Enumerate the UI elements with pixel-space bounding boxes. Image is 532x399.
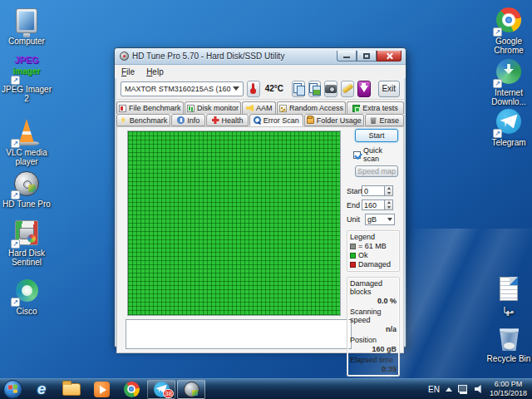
titlebar[interactable]: HD Tune Pro 5.70 - Hard Disk/SSD Utility	[115, 48, 406, 65]
tab-aam[interactable]: AAM	[242, 101, 276, 114]
desktop-icon-label: Hard Disk Sentinel	[0, 249, 53, 267]
network-icon[interactable]	[458, 385, 469, 394]
tab-health[interactable]: Health	[206, 114, 248, 126]
taskbar-telegram-button[interactable]: 38	[147, 380, 175, 399]
recycle-bin-icon	[499, 326, 520, 351]
copy-image-button[interactable]	[308, 81, 322, 97]
quick-scan-label: Quick scan	[363, 146, 400, 163]
start-scan-button[interactable]: Start	[355, 129, 398, 142]
folder-icon	[62, 383, 81, 396]
speed-map-button[interactable]: Speed map	[355, 165, 398, 177]
exit-button[interactable]: Exit	[378, 81, 400, 97]
maximize-button[interactable]	[357, 51, 377, 62]
close-button[interactable]	[377, 51, 401, 62]
clock-time: 6:00 PM	[490, 380, 527, 389]
stat-label: Damaged blocks	[350, 279, 397, 296]
screenshot-button[interactable]	[324, 81, 337, 97]
desktop-icon-idm[interactable]: Internet Downlo...	[482, 58, 532, 106]
tab-file-benchmark[interactable]: File Benchmark	[116, 101, 184, 114]
temperature-button[interactable]	[247, 81, 260, 97]
shortcut-arrow-icon	[493, 129, 502, 138]
desktop-icon-chrome[interactable]: Google Chrome	[482, 7, 532, 55]
capture-button[interactable]	[357, 81, 371, 97]
stat-value: 160 gB	[350, 345, 397, 353]
unit-value: gB	[367, 215, 387, 224]
desktop-icon-label: Google Chrome	[482, 37, 532, 55]
shortcut-arrow-icon	[493, 79, 502, 88]
menu-help[interactable]: Help	[146, 67, 164, 76]
menu-file[interactable]: File	[121, 67, 135, 76]
damaged-blocks-list[interactable]	[126, 319, 352, 349]
start-value[interactable]: 0	[362, 185, 385, 196]
speaker-icon	[246, 105, 254, 112]
desktop-icon-hdtune[interactable]: HD Tune Pro	[0, 170, 53, 209]
desktop-icon-label: JPEG Imager 2	[0, 85, 53, 103]
desktop-icon-label: Telegram	[482, 138, 532, 147]
desktop: Computer JPEG imager JPEG Imager 2 VLC m…	[0, 0, 532, 399]
minimize-button[interactable]	[337, 51, 357, 62]
spinner-buttons[interactable]	[385, 185, 393, 196]
tab-label: Folder Usage	[317, 116, 362, 125]
tab-erase[interactable]: Erase	[365, 114, 404, 126]
unit-dropdown[interactable]: gB	[365, 214, 395, 225]
desktop-icon-label: Computer	[0, 37, 53, 46]
desktop-icon-computer[interactable]: Computer	[0, 7, 53, 46]
maximize-icon	[363, 53, 370, 59]
health-cross-icon	[212, 116, 219, 124]
copy-text-button[interactable]	[292, 81, 305, 97]
taskbar-explorer-button[interactable]	[57, 380, 86, 399]
drive-selector-dropdown[interactable]: MAXTOR STM3160215AS (160 gB)	[121, 81, 244, 96]
benchmark-icon	[120, 116, 127, 124]
shortcut-arrow-icon	[11, 239, 20, 249]
text-document-icon	[500, 277, 518, 301]
start-button[interactable]	[3, 380, 22, 399]
file-benchmark-icon	[119, 105, 126, 112]
tab-folder-usage[interactable]: Folder Usage	[304, 114, 364, 126]
quick-scan-checkbox[interactable]	[353, 151, 361, 159]
tab-random-access[interactable]: Random Access	[277, 101, 346, 114]
desktop-icon-jpeg-imager[interactable]: JPEG imager JPEG Imager 2	[0, 55, 53, 103]
end-spinner: 160	[362, 200, 393, 210]
options-button[interactable]	[341, 81, 354, 97]
hidden-icons-arrow-icon[interactable]	[446, 387, 452, 392]
taskbar-hdtune-button[interactable]	[177, 380, 205, 399]
language-indicator[interactable]: EN	[428, 385, 440, 394]
tab-label: Health	[222, 116, 244, 125]
unit-label: Unit	[347, 215, 362, 224]
damaged-swatch	[350, 262, 356, 268]
desktop-icon-cisco[interactable]: Cisco	[0, 277, 53, 316]
download-arrow-icon	[360, 86, 368, 92]
stat-value: 0:35	[350, 365, 397, 373]
app-icon	[120, 52, 129, 61]
scan-stats-group: Damaged blocks 0.0 % Scanning speed n/a …	[347, 277, 400, 377]
spinner-buttons[interactable]	[385, 200, 393, 210]
tab-error-scan[interactable]: Error Scan	[249, 114, 303, 126]
scan-block-grid	[127, 131, 341, 316]
desktop-icon-telegram[interactable]: Telegram	[482, 108, 532, 147]
legend-ok: Ok	[358, 251, 368, 259]
desktop-icon-sentinel[interactable]: Hard Disk Sentinel	[0, 219, 53, 267]
stat-value: 0.0 %	[350, 297, 397, 305]
tab-benchmark[interactable]: Benchmark	[116, 114, 170, 126]
taskbar-clock[interactable]: 6:00 PM 10/15/2018	[490, 380, 527, 398]
legend-title: Legend	[350, 233, 397, 241]
taskbar-wmp-button[interactable]	[87, 380, 116, 399]
stat-value: n/a	[350, 325, 397, 333]
window-title: HD Tune Pro 5.70 - Hard Disk/SSD Utility	[132, 52, 284, 61]
desktop-icon-document[interactable]: مها	[482, 276, 532, 315]
tab-disk-monitor[interactable]: Disk monitor	[185, 101, 242, 114]
taskbar-ie-button[interactable]	[27, 380, 56, 399]
close-icon	[386, 52, 393, 60]
notification-badge: 38	[163, 389, 174, 398]
taskbar: 38 EN 6:00 PM 10/15/2018	[0, 378, 532, 399]
end-value[interactable]: 160	[362, 200, 385, 210]
tab-info[interactable]: Info	[171, 114, 205, 126]
spin-up-icon	[387, 201, 391, 204]
desktop-icon-recycle-bin[interactable]: Recycle Bin	[482, 324, 532, 363]
end-label: End	[347, 201, 362, 209]
volume-icon[interactable]	[475, 385, 484, 394]
tab-extra-tests[interactable]: Extra tests	[347, 101, 404, 114]
taskbar-chrome-button[interactable]	[117, 380, 145, 399]
desktop-icon-vlc[interactable]: VLC media player	[0, 118, 53, 166]
copy-icon	[293, 83, 303, 94]
